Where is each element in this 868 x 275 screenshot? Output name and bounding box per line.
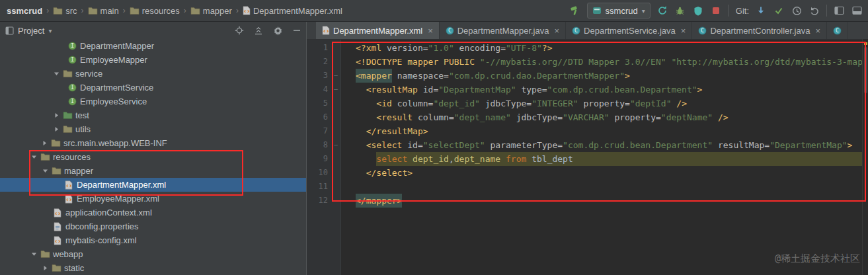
breadcrumb-item[interactable]: mapper xyxy=(189,5,233,17)
tree-item[interactable]: dbconfig.properties xyxy=(0,219,306,233)
fold-marker-icon xyxy=(331,97,341,110)
fold-marker-icon xyxy=(331,41,341,55)
git-commit-icon[interactable] xyxy=(773,4,785,17)
code-token: > xyxy=(848,138,853,152)
fold-marker-icon xyxy=(331,194,341,208)
code-token: dept_id xyxy=(413,154,449,164)
code-line[interactable]: 8− <select id="selectDept" parameterType… xyxy=(307,138,868,152)
tab-label: DepartmentService.java xyxy=(584,26,676,36)
tree-item[interactable]: EmployeeMapper.xml xyxy=(0,192,306,206)
tree-item[interactable]: src.main.webapp.WEB-INF xyxy=(0,136,306,150)
code-line[interactable]: 9 select dept_id,dept_name from tbl_dept xyxy=(307,152,868,166)
tree-item[interactable]: resources xyxy=(0,150,306,164)
tree-item[interactable]: applicationContext.xml xyxy=(0,206,306,219)
tree-item[interactable]: mybatis-config.xml xyxy=(0,233,306,247)
close-icon[interactable]: × xyxy=(681,26,686,35)
chevron-down-icon[interactable]: ▾ xyxy=(48,27,52,34)
code-line[interactable]: 12</mapper> xyxy=(307,194,868,208)
code-line-text xyxy=(341,180,868,194)
breadcrumb-item[interactable]: resources xyxy=(128,5,181,17)
line-number: 9 xyxy=(307,152,331,166)
code-token: encoding= xyxy=(459,41,506,55)
breadcrumb-item[interactable]: main xyxy=(87,5,120,17)
collapse-all-icon[interactable] xyxy=(254,26,263,35)
layout-left-icon[interactable] xyxy=(833,4,845,17)
tree-item[interactable]: IDepartmentMapper xyxy=(0,39,306,53)
project-tree: IDepartmentMapperIEmployeeMapperserviceI… xyxy=(0,39,306,275)
run-config-selector[interactable]: ssmcrud ▾ xyxy=(587,3,651,19)
code-line[interactable]: 10 </select> xyxy=(307,166,868,180)
hide-panel-icon[interactable] xyxy=(293,26,301,34)
editor-tab[interactable]: CDepartmentService.java× xyxy=(566,22,692,39)
git-revert-icon[interactable] xyxy=(809,4,820,17)
fold-marker-icon[interactable]: − xyxy=(331,69,341,83)
breadcrumb-item[interactable]: src xyxy=(52,5,78,17)
close-icon[interactable]: × xyxy=(428,26,433,35)
code-line[interactable]: 4− <resultMap id="DepartmentMap" type="c… xyxy=(307,83,868,97)
code-line[interactable]: 1<?xml version="1.0" encoding="UTF-8"?> xyxy=(307,41,868,55)
git-update-icon[interactable] xyxy=(755,4,767,17)
breadcrumb: ssmcrud›src›main›resources›mapper›Depart… xyxy=(5,5,344,17)
code-token: </select> xyxy=(366,166,413,180)
git-history-icon[interactable] xyxy=(791,4,803,17)
tree-item-label: mapper xyxy=(64,166,93,176)
chevron-down-icon xyxy=(52,71,61,77)
editor-tab[interactable]: C xyxy=(827,22,848,39)
tree-item[interactable]: mapper xyxy=(0,164,306,178)
rerun-icon[interactable] xyxy=(656,4,668,17)
error-stripe-mark xyxy=(864,42,867,45)
tree-item[interactable]: IEmployeeMapper xyxy=(0,53,306,67)
chevron-right-icon xyxy=(52,112,61,118)
editor-tab[interactable]: CDepartmentController.java× xyxy=(692,22,827,39)
project-tool-window-icon[interactable] xyxy=(5,26,14,35)
tree-item[interactable]: utils xyxy=(0,122,306,136)
gear-icon[interactable] xyxy=(273,26,283,36)
scrollbar-thumb[interactable] xyxy=(864,47,867,93)
line-number: 8 xyxy=(307,138,331,152)
breadcrumb-item[interactable]: DepartmentMapper.xml xyxy=(241,5,344,17)
stop-icon[interactable] xyxy=(710,4,722,17)
tree-item[interactable]: test xyxy=(0,108,306,122)
code-token: property= xyxy=(614,110,660,124)
tree-item-label: service xyxy=(75,69,102,79)
folder-icon xyxy=(88,7,98,15)
tree-item-label: dbconfig.properties xyxy=(65,221,139,231)
folder-icon xyxy=(39,153,51,161)
close-icon[interactable]: × xyxy=(554,26,559,35)
editor-tab[interactable]: DepartmentMapper.xml× xyxy=(316,22,440,39)
chevron-right-icon xyxy=(52,126,61,132)
tree-item[interactable]: IEmployeeService xyxy=(0,95,306,108)
fold-marker-icon[interactable]: − xyxy=(331,138,341,152)
code-token: from xyxy=(506,154,532,164)
code-line[interactable]: 3−<mapper namespace="com.dp.crud.dao.Dep… xyxy=(307,69,868,83)
fold-marker-icon[interactable]: − xyxy=(331,83,341,97)
debug-icon[interactable] xyxy=(674,4,686,17)
close-icon[interactable]: × xyxy=(815,26,820,35)
tree-item[interactable]: DepartmentMapper.xml xyxy=(0,178,306,192)
layout-bottom-icon[interactable] xyxy=(851,4,863,17)
code-editor[interactable]: 1<?xml version="1.0" encoding="UTF-8"?>2… xyxy=(307,40,868,275)
editor-scrollbar[interactable] xyxy=(862,39,868,275)
tree-item[interactable]: IDepartmentService xyxy=(0,81,306,95)
line-number: 5 xyxy=(307,97,331,110)
top-toolbar: ssmcrud›src›main›resources›mapper›Depart… xyxy=(0,0,868,22)
breadcrumb-item[interactable]: ssmcrud xyxy=(5,5,44,17)
class-icon: C xyxy=(833,26,842,35)
code-line[interactable]: 6 <result column="dept_name" jdbcType="V… xyxy=(307,110,868,124)
tree-item[interactable]: static xyxy=(0,261,306,275)
locate-file-icon[interactable] xyxy=(235,26,244,35)
tree-rows: IDepartmentMapperIEmployeeMapperserviceI… xyxy=(0,39,306,275)
tree-item[interactable]: webapp xyxy=(0,247,306,261)
code-line[interactable]: 2<!DOCTYPE mapper PUBLIC "-//mybatis.org… xyxy=(307,55,868,69)
build-hammer-icon[interactable] xyxy=(569,4,581,17)
code-line[interactable]: 5 <id column="dept_id" jdbcType="INTEGER… xyxy=(307,97,868,110)
tree-item-label: webapp xyxy=(53,249,83,259)
breadcrumb-separator-icon: › xyxy=(81,6,84,15)
coverage-icon[interactable] xyxy=(692,4,704,17)
code-line[interactable]: 7 </resultMap> xyxy=(307,124,868,138)
fold-marker-icon xyxy=(331,152,341,166)
tree-item[interactable]: service xyxy=(0,67,306,81)
editor-tab[interactable]: CDepartmentMapper.java× xyxy=(440,22,566,39)
project-panel-title[interactable]: Project xyxy=(18,26,44,36)
code-line[interactable]: 11 xyxy=(307,180,868,194)
